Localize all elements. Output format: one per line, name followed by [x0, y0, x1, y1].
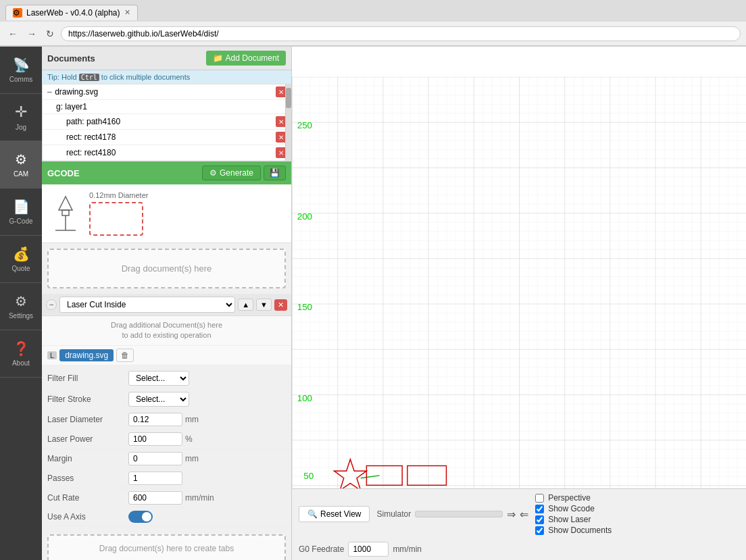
- svg-marker-0: [59, 197, 72, 210]
- passes-input[interactable]: [128, 472, 182, 485]
- generate-button[interactable]: ⚙ Generate: [202, 166, 261, 180]
- sidebar-item-cam[interactable]: ⚙ CAM: [0, 141, 42, 188]
- margin-input[interactable]: [128, 452, 182, 465]
- add-doc-icon: 📁: [213, 53, 223, 63]
- search-icon: 🔍: [307, 509, 318, 519]
- drag-tabs-text: Drag document(s) here to create tabs: [99, 544, 234, 553]
- laser-power-unit: %: [185, 434, 193, 444]
- sim-arrow-icon[interactable]: ⇒: [507, 508, 516, 521]
- file-badge[interactable]: drawing.svg: [59, 349, 114, 361]
- toggle-x-icon: ✕: [145, 513, 150, 520]
- show-documents-label: Show Documents: [548, 526, 612, 535]
- sidebar-label-gcode: G-Code: [9, 218, 32, 225]
- cut-rate-input[interactable]: [128, 491, 182, 505]
- use-a-axis-toggle[interactable]: ✕: [128, 511, 153, 523]
- laser-diameter-unit: mm: [185, 415, 199, 424]
- sim-back-icon[interactable]: ⇐: [520, 508, 528, 521]
- scrollbar-thumb[interactable]: [286, 88, 291, 108]
- doc-item-rect4178[interactable]: rect: rect4178 ✕: [43, 130, 291, 145]
- show-documents-row: Show Documents: [535, 526, 612, 535]
- tip-rest: to click multiple documents: [101, 73, 190, 81]
- op-remove-button[interactable]: ✕: [274, 299, 287, 311]
- operation-type-select[interactable]: Laser Cut Inside Laser Cut Outside Laser…: [59, 297, 235, 313]
- cam-icon: ⚙: [15, 151, 27, 168]
- filter-fill-select[interactable]: Select...: [128, 371, 189, 386]
- doc-item-layer1[interactable]: g: layer1: [43, 100, 291, 114]
- sidebar-item-settings[interactable]: ⚙ Settings: [0, 283, 42, 330]
- save-gcode-button[interactable]: 💾: [264, 166, 286, 180]
- margin-label: Margin: [47, 454, 128, 463]
- add-document-button[interactable]: 📁 Add Document: [206, 51, 286, 66]
- forward-button[interactable]: →: [24, 27, 39, 41]
- sidebar-label-comms: Comms: [9, 76, 32, 83]
- reset-view-label: Reset View: [320, 509, 361, 519]
- preview-shape: [89, 202, 143, 236]
- sidebar-item-gcode[interactable]: 📄 G-Code: [0, 188, 42, 236]
- op-move-down-button[interactable]: ▼: [256, 299, 272, 311]
- show-gcode-label: Show Gcode: [548, 504, 595, 513]
- use-a-axis-label: Use A Axis: [47, 512, 128, 521]
- scrollbar[interactable]: [285, 84, 291, 161]
- diameter-label: 0.12mm Diameter: [89, 191, 148, 199]
- collapse-icon[interactable]: −: [47, 86, 52, 97]
- add-doc-label: Add Document: [226, 53, 279, 63]
- quote-icon: 💰: [13, 246, 30, 262]
- cut-rate-unit: mm/min: [185, 493, 214, 503]
- laser-diameter-input[interactable]: [128, 413, 182, 426]
- g0-feedrate-unit: mm/min: [393, 544, 422, 554]
- show-laser-checkbox[interactable]: [535, 515, 544, 524]
- gcode-buttons: ⚙ Generate 💾: [202, 166, 286, 180]
- sidebar-item-jog[interactable]: ✛ Jog: [0, 94, 42, 141]
- drag-zone-tabs: Drag document(s) here to create tabs: [47, 534, 286, 560]
- layer-name: g: layer1: [56, 102, 287, 111]
- show-documents-checkbox[interactable]: [535, 526, 544, 535]
- doc-item-rect4180[interactable]: rect: rect4180 ✕: [43, 145, 291, 161]
- file-label: L: [47, 351, 57, 359]
- op-move-up-button[interactable]: ▲: [238, 299, 253, 311]
- file-remove-button[interactable]: 🗑: [116, 349, 134, 362]
- sidebar-label-about: About: [12, 359, 30, 367]
- filter-stroke-select[interactable]: Select...: [128, 392, 189, 407]
- laser-power-input[interactable]: [128, 432, 182, 446]
- comms-icon: 📡: [13, 57, 30, 73]
- margin-unit: mm: [185, 454, 199, 463]
- op-collapse-button[interactable]: −: [46, 299, 57, 310]
- refresh-button[interactable]: ↻: [43, 27, 57, 41]
- simulator-progress-bar: [415, 511, 503, 517]
- address-bar: ← → ↻: [0, 22, 746, 46]
- reset-view-button[interactable]: 🔍 Reset View: [299, 506, 370, 522]
- filter-stroke-label: Filter Stroke: [47, 394, 128, 404]
- op-drag-hint: Drag additional Document(s) here to add …: [42, 316, 291, 346]
- sidebar-label-cam: CAM: [14, 170, 28, 178]
- use-a-axis-row: Use A Axis ✕: [42, 508, 291, 526]
- tab-close[interactable]: ✕: [124, 8, 130, 17]
- cut-rate-label: Cut Rate: [47, 493, 128, 503]
- sidebar-item-comms[interactable]: 📡 Comms: [0, 47, 42, 94]
- main-canvas[interactable]: 250 200 150 100 50 50 100 150 200 250 30…: [292, 47, 746, 560]
- perspective-checkbox[interactable]: [535, 494, 544, 503]
- bottom-bar: 🔍 Reset View Simulator ⇒ ⇐ Perspective S…: [292, 488, 746, 560]
- doc-item-drawing[interactable]: − drawing.svg ✕: [43, 84, 291, 100]
- filter-stroke-row: Filter Stroke Select...: [42, 389, 291, 410]
- show-gcode-checkbox[interactable]: [535, 505, 544, 513]
- sidebar-item-about[interactable]: ❓ About: [0, 330, 42, 378]
- tab-title: LaserWeb - v0.4.0 (alpha): [26, 8, 120, 18]
- gcode-icon: 📄: [13, 199, 30, 215]
- doc-item-path4160[interactable]: path: path4160 ✕: [43, 114, 291, 130]
- simulator-section: Simulator ⇒ ⇐: [376, 508, 528, 521]
- documents-title: Documents: [47, 53, 95, 63]
- sidebar-label-quote: Quote: [11, 265, 30, 272]
- op-file-row: L drawing.svg 🗑: [42, 346, 291, 365]
- sidebar-item-quote[interactable]: 💰 Quote: [0, 236, 42, 283]
- browser-tab[interactable]: ⚙ LaserWeb - v0.4.0 (alpha) ✕: [5, 5, 138, 20]
- back-button[interactable]: ←: [5, 27, 20, 41]
- g0-feedrate-label: G0 Feedrate: [299, 544, 344, 554]
- url-input[interactable]: [61, 26, 741, 41]
- svg-rect-1: [62, 210, 69, 215]
- laser-power-label: Laser Power: [47, 434, 128, 444]
- operation-row: − Laser Cut Inside Laser Cut Outside Las…: [42, 294, 291, 316]
- main-panel: Documents 📁 Add Document Tip: Hold Ctrl …: [42, 47, 292, 560]
- cut-rate-row: Cut Rate mm/min: [42, 488, 291, 508]
- g0-feedrate-input[interactable]: [348, 542, 389, 557]
- show-laser-row: Show Laser: [535, 515, 612, 524]
